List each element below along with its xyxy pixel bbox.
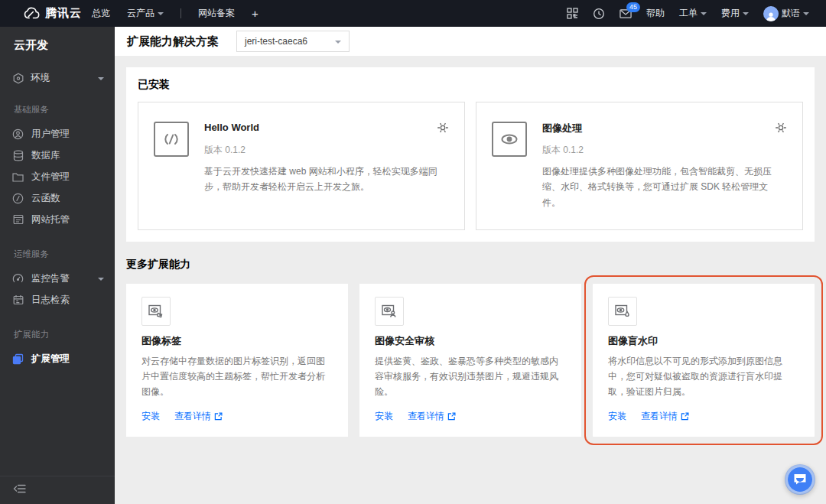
nav-overview-label: 总览: [92, 7, 110, 20]
extension-version: 版本 0.1.2: [542, 144, 787, 157]
view-details-link[interactable]: 查看详情: [174, 410, 223, 423]
nav-cloud-products[interactable]: 云产品: [127, 7, 164, 20]
installed-cards-row: Hello World 版本 0.1.2 基于云开发快速搭建 web 网站和小程…: [138, 102, 803, 230]
section-ops-services: 运维服务: [0, 249, 115, 260]
card-actions: 安装 查看详情: [375, 410, 566, 423]
view-details-link[interactable]: 查看详情: [408, 410, 456, 423]
brand-name: 腾讯云: [45, 6, 82, 21]
chevron-down-icon: [701, 12, 707, 15]
page-title: 扩展能力解决方案: [127, 34, 219, 49]
extension-description: 将水印信息以不可见的形式添加到原图信息中，您可对疑似被盗取的资源进行盲水印提取，…: [608, 354, 799, 399]
top-navigation: 总览 云产品 网站备案 +: [92, 7, 259, 20]
collapse-sidebar-icon: [13, 483, 26, 497]
extension-description: 对云存储中存量数据的图片标签识别，返回图片中置信度较高的主题标签，帮忙开发者分析…: [141, 354, 333, 399]
store-card-image-safety-audit[interactable]: 图像安全审核 提供鉴黄、鉴政、鉴暴恐等多种类型的敏感内容审核服务，有效识别违禁图…: [359, 284, 581, 436]
nav-cloud-products-label: 云产品: [127, 7, 154, 20]
extension-name: Hello World: [204, 122, 259, 133]
nav-website-filing[interactable]: 网站备案: [198, 7, 235, 20]
chevron-down-icon: [335, 41, 341, 44]
view-details-label: 查看详情: [174, 410, 211, 423]
database-icon: [12, 150, 24, 161]
extension-icon: [12, 353, 24, 365]
installed-card-hello-world[interactable]: Hello World 版本 0.1.2 基于云开发快速搭建 web 网站和小程…: [138, 102, 465, 230]
user-account-menu[interactable]: 默语: [763, 6, 809, 21]
extension-description: 提供鉴黄、鉴政、鉴暴恐等多种类型的敏感内容审核服务，有效识别违禁图片，规避违规风…: [375, 354, 566, 399]
sidebar-item-label: 云函数: [31, 192, 60, 205]
user-icon: [12, 128, 24, 140]
card-actions: 安装 查看详情: [608, 410, 799, 423]
extension-version: 版本 0.1.2: [204, 144, 449, 157]
sidebar-item-file-management[interactable]: 文件管理: [0, 166, 115, 187]
sidebar-item-monitoring-alerts[interactable]: 监控告警: [0, 268, 115, 289]
view-details-link[interactable]: 查看详情: [641, 410, 689, 423]
tencent-cloud-logo[interactable]: 腾讯云: [0, 6, 84, 21]
code-icon: [154, 122, 189, 157]
main-content: 已安装 Hello World: [115, 56, 826, 504]
sidebar-collapse-bar[interactable]: [0, 476, 115, 504]
page-header: 扩展能力解决方案 jeri-test-caeca6: [115, 27, 826, 56]
store-card-image-blind-watermark[interactable]: 图像盲水印 将水印信息以不可见的形式添加到原图信息中，您可对疑似被盗取的资源进行…: [593, 284, 815, 436]
install-label: 安装: [375, 410, 393, 423]
section-basic-services: 基础服务: [0, 104, 115, 115]
help-label: 帮助: [646, 7, 665, 20]
sidebar-item-label: 文件管理: [31, 171, 70, 184]
sidebar-item-label: 网站托管: [31, 213, 70, 226]
more-extensions-title: 更多扩展能力: [126, 258, 815, 272]
sidebar: 云开发 环境 基础服务 用户管理 数据库: [0, 27, 115, 504]
support-chat-button[interactable]: [785, 464, 815, 495]
install-label: 安装: [608, 410, 626, 423]
install-label: 安装: [141, 410, 160, 423]
view-details-label: 查看详情: [641, 410, 678, 423]
installed-section-title: 已安装: [138, 78, 803, 92]
installed-panel: 已安装 Hello World: [126, 67, 815, 242]
chevron-down-icon: [743, 12, 749, 15]
sidebar-item-label: 数据库: [31, 149, 60, 162]
extension-name: 图像标签: [141, 334, 333, 348]
installed-card-image-processing[interactable]: 图像处理 版本 0.1.2 图像处理提供多种图像处理功能，包含智能裁剪、无损压缩…: [476, 102, 803, 230]
install-button[interactable]: 安装: [141, 410, 160, 423]
settings-gear-icon[interactable]: [775, 122, 787, 137]
sidebar-item-static-hosting[interactable]: 网站托管: [0, 209, 115, 230]
eye-icon: [492, 122, 527, 157]
external-link-icon: [681, 412, 689, 421]
external-link-icon: [447, 412, 456, 421]
qr-code-icon[interactable]: [566, 8, 578, 20]
environment-select[interactable]: jeri-test-caeca6: [236, 31, 350, 52]
chat-smile-icon: [796, 478, 804, 482]
extension-name: 图像处理: [542, 122, 582, 135]
ticket-menu[interactable]: 工单: [679, 7, 707, 20]
hexagon-environment-icon: [12, 73, 24, 84]
chevron-down-icon: [803, 12, 809, 15]
sidebar-item-label: 用户管理: [31, 128, 70, 141]
settings-gear-icon[interactable]: [437, 122, 449, 137]
sidebar-item-user-management[interactable]: 用户管理: [0, 123, 115, 145]
help-link[interactable]: 帮助: [646, 7, 665, 20]
function-icon: [12, 193, 24, 204]
hosting-icon: [12, 214, 24, 226]
nav-overview[interactable]: 总览: [92, 7, 110, 20]
nav-add-tab-button[interactable]: +: [252, 7, 259, 20]
chevron-down-icon: [98, 77, 104, 80]
environment-selector[interactable]: 环境: [0, 70, 115, 86]
sidebar-item-label: 日志检索: [31, 294, 70, 307]
history-clock-icon[interactable]: [593, 8, 605, 20]
sidebar-item-database[interactable]: 数据库: [0, 145, 115, 166]
sidebar-item-label: 扩展管理: [31, 353, 70, 366]
messages-mail-icon[interactable]: 45: [620, 8, 632, 20]
chevron-down-icon: [98, 278, 104, 281]
topbar: 腾讯云 总览 云产品 网站备案 +: [0, 0, 826, 27]
product-title: 云开发: [0, 27, 115, 53]
install-button[interactable]: 安装: [375, 410, 393, 423]
sidebar-item-cloud-functions[interactable]: 云函数: [0, 187, 115, 209]
installed-card-body: Hello World 版本 0.1.2 基于云开发快速搭建 web 网站和小程…: [204, 122, 449, 210]
store-card-image-tag[interactable]: 图像标签 对云存储中存量数据的图片标签识别，返回图片中置信度较高的主题标签，帮忙…: [126, 284, 348, 436]
billing-menu[interactable]: 费用: [721, 7, 749, 20]
install-button[interactable]: 安装: [608, 410, 626, 423]
extension-name: 图像安全审核: [375, 334, 566, 348]
section-extensions: 扩展能力: [0, 329, 115, 340]
topbar-right: 45 帮助 工单 费用 默语: [566, 6, 826, 21]
sidebar-item-extension-management[interactable]: 扩展管理: [0, 348, 115, 369]
billing-label: 费用: [721, 7, 740, 20]
sidebar-item-log-search[interactable]: 日志检索: [0, 289, 115, 311]
sidebar-item-label: 监控告警: [31, 272, 70, 285]
